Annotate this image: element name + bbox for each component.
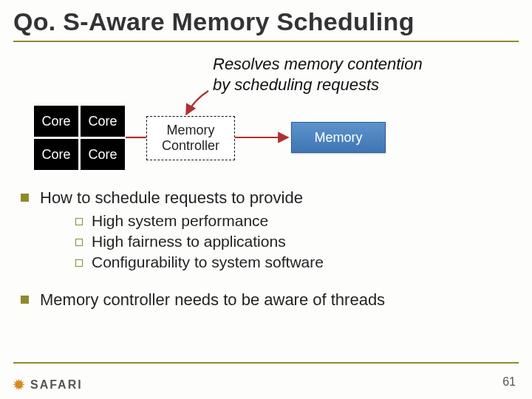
sub-bullet-item: High fairness to applications	[40, 233, 519, 250]
slide: Qo. S-Aware Memory Scheduling Resolves m…	[0, 0, 532, 399]
core-box: Core	[34, 106, 78, 137]
caption-line2: by scheduling requests	[213, 75, 379, 94]
body-text: How to schedule requests to provide High…	[13, 188, 519, 310]
sub-bullet-item: Configurability to system software	[40, 253, 519, 271]
caption-line1: Resolves memory contention	[213, 55, 423, 73]
sub-bullet-item: High system performance	[40, 212, 519, 230]
slide-title: Qo. S-Aware Memory Scheduling	[13, 7, 519, 41]
sunburst-icon: ✹	[13, 377, 26, 393]
safari-logo: ✹ SAFARI	[13, 377, 83, 393]
bullet-list-level1: How to schedule requests to provide High…	[13, 188, 519, 310]
logo-text: SAFARI	[30, 378, 83, 392]
core-grid: Core Core Core Core	[34, 106, 125, 170]
page-number: 61	[502, 375, 516, 389]
memctrl-line2: Controller	[162, 138, 219, 153]
core-box: Core	[81, 139, 125, 170]
core-box: Core	[81, 106, 125, 137]
bullet-text: How to schedule requests to provide	[40, 188, 303, 207]
diagram: Resolves memory contention by scheduling…	[13, 54, 519, 180]
core-box: Core	[34, 139, 78, 170]
memctrl-line1: Memory	[166, 123, 214, 137]
memory-controller-box: Memory Controller	[146, 116, 235, 160]
memory-box: Memory	[291, 122, 386, 153]
diagram-caption: Resolves memory contention by scheduling…	[213, 54, 423, 95]
title-rule	[13, 41, 519, 42]
bullet-text: Memory controller needs to be aware of t…	[40, 290, 385, 309]
bullet-list-level2: High system performance High fairness to…	[40, 212, 519, 271]
bullet-item: How to schedule requests to provide High…	[13, 188, 519, 271]
bottom-rule	[13, 362, 519, 364]
bullet-item: Memory controller needs to be aware of t…	[13, 290, 519, 310]
